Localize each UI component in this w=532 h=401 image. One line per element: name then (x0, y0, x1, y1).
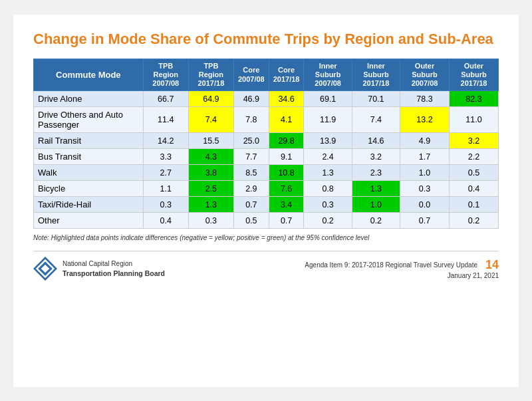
cell-value: 7.4 (188, 107, 233, 133)
footnote: Note: Highlighted data points indicate d… (33, 234, 499, 241)
cell-value: 1.3 (188, 197, 233, 213)
cell-mode: Taxi/Ride-Hail (34, 197, 144, 213)
cell-value: 3.3 (143, 149, 188, 165)
cell-value: 3.8 (188, 165, 233, 181)
col-header-1: TPB Region2007/08 (143, 59, 188, 91)
cell-value: 1.0 (400, 165, 450, 181)
cell-value: 0.7 (269, 213, 304, 229)
cell-value: 0.8 (304, 181, 352, 197)
cell-value: 14.2 (143, 133, 188, 149)
cell-value: 0.3 (143, 197, 188, 213)
cell-value: 0.4 (449, 181, 498, 197)
org-name: National Capital Region Transportation P… (63, 259, 165, 279)
col-header-7: Outer Suburb2007/08 (400, 59, 450, 91)
cell-value: 7.4 (352, 107, 400, 133)
cell-value: 0.2 (304, 213, 352, 229)
table-row: Taxi/Ride-Hail0.31.30.73.40.31.00.00.1 (34, 197, 499, 213)
cell-mode: Drive Alone (34, 91, 144, 107)
cell-value: 2.2 (449, 149, 498, 165)
cell-value: 0.0 (400, 197, 450, 213)
cell-value: 14.6 (352, 133, 400, 149)
cell-value: 2.5 (188, 181, 233, 197)
table-row: Bicycle1.12.52.97.60.81.30.30.4 (34, 181, 499, 197)
cell-value: 29.8 (269, 133, 304, 149)
cell-value: 7.7 (233, 149, 269, 165)
table-row: Drive Alone66.764.946.934.669.170.178.38… (34, 91, 499, 107)
cell-value: 46.9 (233, 91, 269, 107)
data-table: Commute ModeTPB Region2007/08TPB Region2… (33, 59, 499, 229)
cell-value: 4.9 (400, 133, 450, 149)
cell-value: 0.3 (304, 197, 352, 213)
cell-value: 0.1 (449, 197, 498, 213)
cell-value: 11.0 (449, 107, 498, 133)
cell-value: 0.2 (449, 213, 498, 229)
cell-value: 82.3 (449, 91, 498, 107)
cell-value: 1.0 (352, 197, 400, 213)
footer-right: Agenda Item 9: 2017-2018 Regional Travel… (305, 258, 499, 279)
cell-mode: Rail Transit (34, 133, 144, 149)
cell-value: 13.9 (304, 133, 352, 149)
cell-value: 2.4 (304, 149, 352, 165)
cell-value: 3.4 (269, 197, 304, 213)
cell-value: 25.0 (233, 133, 269, 149)
col-header-4: Core2017/18 (269, 59, 304, 91)
cell-value: 0.7 (233, 197, 269, 213)
cell-value: 11.9 (304, 107, 352, 133)
cell-value: 0.5 (233, 213, 269, 229)
cell-value: 1.3 (304, 165, 352, 181)
cell-mode: Walk (34, 165, 144, 181)
cell-value: 0.4 (143, 213, 188, 229)
cell-value: 10.8 (269, 165, 304, 181)
cell-mode: Bus Transit (34, 149, 144, 165)
cell-value: 0.2 (352, 213, 400, 229)
cell-value: 11.4 (143, 107, 188, 133)
cell-value: 8.5 (233, 165, 269, 181)
cell-value: 0.5 (449, 165, 498, 181)
cell-value: 70.1 (352, 91, 400, 107)
cell-value: 1.1 (143, 181, 188, 197)
col-header-6: Inner Suburb2017/18 (352, 59, 400, 91)
table-row: Other0.40.30.50.70.20.20.70.2 (34, 213, 499, 229)
col-header-8: Outer Suburb2017/18 (449, 59, 498, 91)
org-logo (33, 257, 57, 281)
cell-value: 34.6 (269, 91, 304, 107)
col-header-2: TPB Region2017/18 (188, 59, 233, 91)
page-title: Change in Mode Share of Commute Trips by… (33, 31, 499, 48)
slide: Change in Mode Share of Commute Trips by… (13, 15, 519, 387)
cell-value: 3.2 (352, 149, 400, 165)
cell-value: 78.3 (400, 91, 450, 107)
cell-value: 15.5 (188, 133, 233, 149)
cell-value: 0.3 (400, 181, 450, 197)
cell-value: 3.2 (449, 133, 498, 149)
cell-value: 0.7 (400, 213, 450, 229)
cell-value: 2.9 (233, 181, 269, 197)
col-header-3: Core2007/08 (233, 59, 269, 91)
cell-value: 4.3 (188, 149, 233, 165)
footer-left: National Capital Region Transportation P… (33, 257, 165, 281)
cell-value: 9.1 (269, 149, 304, 165)
cell-mode: Bicycle (34, 181, 144, 197)
col-header-mode: Commute Mode (34, 59, 144, 91)
cell-value: 0.3 (188, 213, 233, 229)
cell-value: 66.7 (143, 91, 188, 107)
footer: National Capital Region Transportation P… (33, 251, 499, 281)
cell-mode: Drive Others and Auto Passenger (34, 107, 144, 133)
cell-value: 64.9 (188, 91, 233, 107)
col-header-5: Inner Suburb2007/08 (304, 59, 352, 91)
cell-value: 1.3 (352, 181, 400, 197)
cell-mode: Other (34, 213, 144, 229)
cell-value: 2.3 (352, 165, 400, 181)
table-row: Rail Transit14.215.525.029.813.914.64.93… (34, 133, 499, 149)
cell-value: 69.1 (304, 91, 352, 107)
cell-value: 7.6 (269, 181, 304, 197)
table-row: Drive Others and Auto Passenger11.47.47.… (34, 107, 499, 133)
table-row: Walk2.73.88.510.81.32.31.00.5 (34, 165, 499, 181)
cell-value: 7.8 (233, 107, 269, 133)
cell-value: 13.2 (400, 107, 450, 133)
cell-value: 2.7 (143, 165, 188, 181)
cell-value: 4.1 (269, 107, 304, 133)
cell-value: 1.7 (400, 149, 450, 165)
table-row: Bus Transit3.34.37.79.12.43.21.72.2 (34, 149, 499, 165)
